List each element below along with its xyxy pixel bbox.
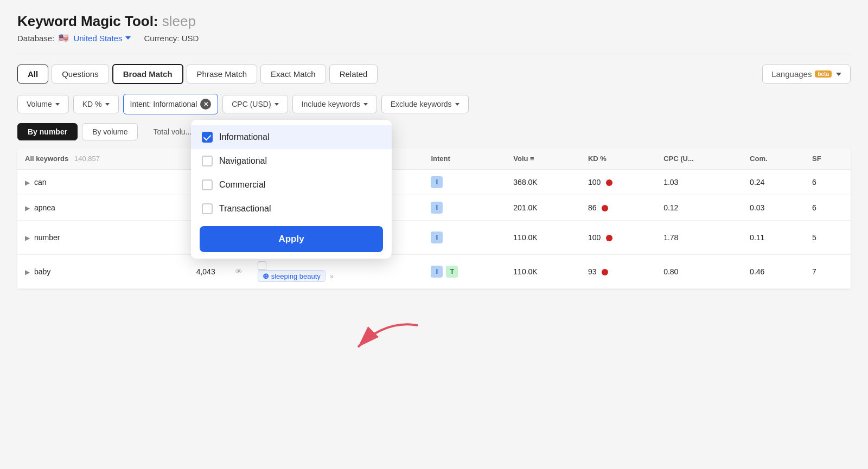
currency-label: Currency: USD [144, 34, 199, 43]
intent-dropdown: Informational Navigational Commercial Tr… [191, 120, 392, 259]
row-com-baby: 0.46 [742, 255, 805, 289]
apply-button[interactable]: Apply [200, 226, 383, 252]
keyword-tag[interactable]: ⊕ sleeping beauty [258, 270, 326, 282]
row-kd-number: 100 [580, 221, 656, 255]
kd-dot [606, 179, 612, 186]
row-intent-number: I [423, 221, 506, 255]
intent-option-commercial[interactable]: Commercial [191, 173, 392, 197]
header-divider [17, 54, 851, 54]
row-cpc-number: 1.78 [656, 221, 742, 255]
row-kd-can: 100 [580, 170, 656, 195]
col-keyword: All keywords 140,857 [17, 148, 189, 170]
total-label: Total volu... [153, 127, 192, 136]
cpc-chevron-icon [275, 103, 279, 106]
include-keywords-label: Include keywords [302, 100, 360, 108]
kd-dot [606, 235, 612, 241]
row-volume-apnea: 201.0K [506, 195, 580, 221]
expand-icon[interactable]: ▶ [25, 234, 30, 242]
transactional-label: Transactional [219, 204, 271, 214]
row-cpc-can: 1.03 [656, 170, 742, 195]
col-com: Com. [742, 148, 805, 170]
page-title: Keyword Magic Tool: sleep [17, 13, 851, 30]
row-cpc-baby: 0.80 [656, 255, 742, 289]
tab-exact-match[interactable]: Exact Match [260, 65, 326, 83]
cpc-filter-label: CPC (USD) [232, 100, 271, 108]
title-static: Keyword Magic Tool: [17, 13, 158, 29]
expand-icon[interactable]: ▶ [25, 179, 30, 187]
db-chevron-icon [125, 36, 131, 40]
tab-phrase-match[interactable]: Phrase Match [187, 65, 258, 83]
exclude-keywords-label: Exclude keywords [391, 100, 452, 108]
tab-broad-match[interactable]: Broad Match [112, 64, 183, 84]
flag-icon: 🇺🇸 [59, 33, 69, 43]
expand-icon[interactable]: ▶ [25, 268, 30, 276]
kd-filter-label: KD % [82, 100, 102, 108]
title-keyword: sleep [162, 13, 196, 29]
filters-row: Volume KD % Intent: Informational ✕ CPC … [17, 94, 851, 114]
intent-clear-button[interactable]: ✕ [200, 99, 211, 110]
arrow-annotation [342, 314, 429, 369]
subtab-by-number[interactable]: By number [17, 123, 78, 140]
tabs-row: All Questions Broad Match Phrase Match E… [17, 64, 851, 84]
row-com-number: 0.11 [742, 221, 805, 255]
subtab-by-volume[interactable]: By volume [82, 123, 138, 140]
row-volume-baby: 110.0K [506, 255, 580, 289]
col-cpc: CPC (U... [656, 148, 742, 170]
intent-badge-i: I [431, 202, 443, 214]
languages-label: Languages [771, 69, 812, 79]
tab-questions[interactable]: Questions [52, 65, 109, 83]
row-kd-apnea: 86 [580, 195, 656, 221]
intent-option-transactional[interactable]: Transactional [191, 197, 392, 221]
row-sf-can: 6 [805, 170, 851, 195]
exclude-keywords-btn[interactable]: Exclude keywords [381, 95, 469, 113]
row-checkbox[interactable] [258, 261, 266, 270]
exclude-chevron-icon [455, 103, 459, 106]
languages-button[interactable]: Languages beta [762, 65, 851, 83]
row-keyword-baby: ▶ baby [17, 255, 189, 289]
kd-filter-btn[interactable]: KD % [73, 95, 119, 113]
kd-dot [602, 269, 608, 275]
eye-icon[interactable]: 👁 [235, 267, 242, 276]
col-count: 140,857 [74, 155, 100, 163]
expand-icon[interactable]: ▶ [25, 204, 30, 212]
intent-option-informational[interactable]: Informational [191, 125, 392, 149]
keywords-table-wrap: All keywords 140,857 Intent Volu ≡ KD % … [17, 148, 851, 289]
chevrons-icon[interactable]: » [330, 272, 334, 280]
tab-all[interactable]: All [17, 65, 48, 83]
row-cpc-apnea: 0.12 [656, 195, 742, 221]
row-intent-baby: I T [423, 255, 506, 289]
commercial-checkbox[interactable] [202, 179, 213, 190]
row-sf-apnea: 6 [805, 195, 851, 221]
include-chevron-icon [363, 103, 368, 106]
row-intent-can: I [423, 170, 506, 195]
include-keywords-btn[interactable]: Include keywords [292, 95, 377, 113]
kd-chevron-icon [105, 103, 110, 106]
row-com-can: 0.24 [742, 170, 805, 195]
row-sf-number: 5 [805, 221, 851, 255]
db-country-link[interactable]: United States [73, 34, 131, 43]
col-kd: KD % [580, 148, 656, 170]
col-volume[interactable]: Volu ≡ [506, 148, 580, 170]
keywords-table: All keywords 140,857 Intent Volu ≡ KD % … [17, 148, 851, 289]
informational-checkbox[interactable] [202, 132, 213, 143]
volume-chevron-icon [55, 103, 60, 106]
volume-filter-btn[interactable]: Volume [17, 95, 69, 113]
db-label: Database: [17, 34, 54, 43]
transactional-checkbox[interactable] [202, 203, 213, 214]
row-tag-baby: ⊕ sleeping beauty » [250, 255, 424, 289]
row-intent-apnea: I [423, 195, 506, 221]
col-intent: Intent [423, 148, 506, 170]
row-volume-number: 110.0K [506, 221, 580, 255]
languages-chevron-icon [836, 73, 841, 76]
intent-option-navigational[interactable]: Navigational [191, 149, 392, 173]
header: Keyword Magic Tool: sleep Database: 🇺🇸 U… [17, 13, 851, 43]
navigational-label: Navigational [219, 156, 267, 166]
cpc-filter-btn[interactable]: CPC (USD) [222, 95, 288, 113]
intent-filter-btn[interactable]: Intent: Informational ✕ [123, 94, 219, 114]
navigational-checkbox[interactable] [202, 156, 213, 166]
row-keyword-can: ▶ can [17, 170, 189, 195]
row-volume-can: 368.0K [506, 170, 580, 195]
plus-icon: ⊕ [263, 272, 269, 280]
intent-filter-label: Intent: Informational [130, 100, 197, 108]
tab-related[interactable]: Related [329, 65, 378, 83]
